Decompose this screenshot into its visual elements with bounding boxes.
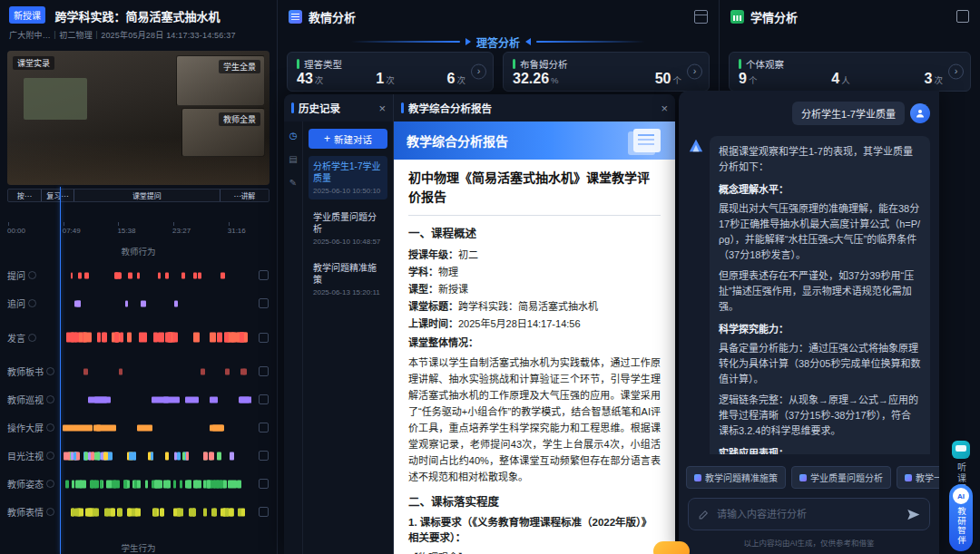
new-chat-button[interactable]: + 新建对话 bbox=[309, 129, 387, 149]
behavior-row: 发言 bbox=[0, 317, 277, 357]
report-banner: 教学综合分析报告 bbox=[394, 121, 675, 160]
behavior-row-checkbox[interactable] bbox=[259, 333, 269, 343]
report-overview-label: 课堂整体情况： bbox=[408, 335, 661, 352]
video-label-students: 学生全景 bbox=[219, 60, 260, 73]
report-overlay: 历史记录 × ◷ ▤ ✎ + 新建对话 分析学生1-7学业质量2025-06-1… bbox=[284, 94, 675, 554]
video-segment[interactable]: 复习⋯ bbox=[42, 190, 75, 201]
video-segment[interactable]: 按⋯ bbox=[8, 190, 42, 201]
video-pip-teacher[interactable]: 教师全景 bbox=[181, 108, 265, 157]
floating-action-button[interactable] bbox=[653, 541, 690, 554]
behavior-row-checkbox[interactable] bbox=[259, 270, 269, 280]
history-item[interactable]: 学业质量问题分析2025-06-10 10:48:57 bbox=[309, 207, 387, 250]
history-header: 历史记录 × bbox=[284, 94, 393, 121]
stat-card[interactable]: 布鲁姆分析32.26%50个› bbox=[503, 52, 710, 92]
tab-bar: 理答分析 bbox=[278, 33, 719, 51]
layout-icon[interactable] bbox=[694, 10, 708, 24]
lesson-title: 跨学科实践：简易活塞式抽水机 bbox=[54, 10, 220, 24]
student-analysis-header: 学情分析 bbox=[720, 0, 980, 33]
left-panel: 新授课 跨学科实践：简易活塞式抽水机 广大附中…｜初二物理｜2025年05月28… bbox=[0, 0, 278, 554]
stat-card-title: 理答类型 bbox=[304, 57, 342, 71]
behavior-row-checkbox[interactable] bbox=[259, 479, 269, 489]
history-doc-icon[interactable]: ▤ bbox=[289, 154, 297, 164]
behavior-row-checkbox[interactable] bbox=[259, 451, 269, 461]
suggestion-chip[interactable]: 教学一致性 bbox=[897, 466, 939, 489]
history-icon-rail: ◷ ▤ ✎ bbox=[284, 121, 303, 554]
ai-message-row: 根据课堂观察和学生1-7的表现，其学业质量分析如下： 概念理解水平：展现出对大气… bbox=[688, 136, 930, 454]
student-analysis-title: 学情分析 bbox=[750, 8, 798, 25]
history-item-title: 分析学生1-7学业质量 bbox=[313, 160, 383, 184]
stat-card-values: 43次1次6次 bbox=[297, 71, 469, 87]
ai-message: 根据课堂观察和学生1-7的表现，其学业质量分析如下： 概念理解水平：展现出对大气… bbox=[710, 136, 930, 454]
behavior-row-checkbox[interactable] bbox=[259, 423, 269, 433]
behavior-row-marks bbox=[62, 413, 251, 442]
chevron-icon[interactable]: › bbox=[471, 64, 486, 80]
stat-value: 6次 bbox=[447, 71, 466, 87]
history-panel: 历史记录 × ◷ ▤ ✎ + 新建对话 分析学生1-7学业质量2025-06-1… bbox=[284, 94, 394, 554]
behavior-row-label: 发言 bbox=[0, 331, 62, 345]
behavior-row-label: 教师巡视 bbox=[0, 393, 62, 406]
behavior-row: 教师板书 bbox=[0, 357, 277, 385]
history-pen-icon[interactable]: ✎ bbox=[289, 178, 297, 188]
video-label-main: 课堂实录 bbox=[13, 56, 54, 70]
stat-card-values: 32.26%50个 bbox=[513, 71, 685, 87]
user-message-row: 分析学生1-7学业质量 bbox=[688, 102, 930, 125]
info-icon bbox=[46, 423, 54, 432]
video-segment[interactable]: 课堂提问 bbox=[74, 190, 220, 201]
video-segment-bar[interactable]: 按⋯复习⋯课堂提问⋯讲解 bbox=[7, 189, 270, 202]
history-title: 历史记录 bbox=[299, 101, 340, 115]
behavior-row-label: 提问 bbox=[0, 268, 62, 282]
behavior-row-checkbox[interactable] bbox=[259, 394, 269, 404]
video-pip-students[interactable]: 学生全景 bbox=[176, 55, 265, 106]
history-item[interactable]: 分析学生1-7学业质量2025-06-10 10:50:10 bbox=[309, 156, 387, 199]
history-item[interactable]: 教学问题精准施策2025-06-13 15:20:11 bbox=[309, 258, 387, 301]
stat-value: 32.26% bbox=[513, 71, 559, 87]
stat-card[interactable]: 个体观察9个4人3次› bbox=[729, 52, 971, 92]
suggestion-chip[interactable]: 教学问题精准施策 bbox=[686, 466, 786, 489]
video-player[interactable]: 课堂实录 学生全景 教师全景 bbox=[7, 51, 270, 185]
chevron-icon[interactable]: › bbox=[948, 64, 964, 80]
behavior-row: 提问 bbox=[0, 261, 277, 289]
chat-input-box[interactable] bbox=[688, 498, 930, 530]
stat-card[interactable]: 理答类型43次1次6次› bbox=[287, 52, 494, 92]
history-close-icon[interactable]: × bbox=[378, 102, 386, 114]
send-icon[interactable] bbox=[906, 508, 920, 521]
divider bbox=[408, 215, 661, 216]
behavior-row-marks bbox=[62, 385, 251, 413]
stat-value: 1次 bbox=[376, 71, 394, 87]
tab-decor-line bbox=[536, 41, 645, 43]
ruler-tick: 23:27 bbox=[172, 227, 191, 235]
edit-icon bbox=[698, 509, 710, 520]
history-clock-icon[interactable]: ◷ bbox=[289, 131, 298, 141]
info-icon bbox=[28, 334, 36, 342]
chat-input[interactable] bbox=[715, 508, 901, 520]
stat-card-header: 布鲁姆分析 bbox=[513, 57, 685, 71]
history-item-time: 2025-06-10 10:48:57 bbox=[313, 238, 383, 246]
history-item-time: 2025-06-13 15:20:11 bbox=[313, 288, 383, 296]
ai-paragraph: 逻辑链条完整：从现象→原理→公式→应用的推导过程清晰（37分15秒-38分17秒… bbox=[719, 393, 921, 439]
behavior-row-label: 追问 bbox=[0, 296, 62, 310]
timeline-playhead[interactable] bbox=[60, 187, 61, 554]
report-concept-tag: 【物理观念】 bbox=[408, 549, 661, 554]
tab-response-analysis[interactable]: 理答分析 bbox=[476, 34, 520, 50]
ruler-tick: 07:49 bbox=[63, 227, 81, 235]
behavior-row-checkbox[interactable] bbox=[259, 366, 269, 376]
suggestion-chip[interactable]: 学业质量问题分析 bbox=[791, 466, 891, 489]
behavior-row-marks bbox=[62, 470, 251, 498]
info-icon bbox=[46, 395, 54, 403]
ai-companion-float[interactable]: AI 教研智伴 bbox=[949, 484, 973, 551]
behavior-row-marks bbox=[62, 498, 251, 526]
ai-section-heading: 概念理解水平： bbox=[719, 182, 921, 198]
teacher-behavior-axis-label: 教师行为 bbox=[0, 245, 277, 258]
behavior-row-checkbox[interactable] bbox=[259, 298, 269, 308]
ai-disclaimer: 以上内容均由AI生成，仅供参考和借鉴 bbox=[679, 537, 939, 548]
chat-messages[interactable]: 分析学生1-7学业质量 根据课堂观察和学生1-7的表现，其学业质量分析如下： 概… bbox=[679, 91, 939, 454]
eval-chat-icon[interactable] bbox=[952, 441, 970, 459]
fullscreen-icon[interactable] bbox=[956, 10, 969, 23]
chevron-icon[interactable]: › bbox=[687, 64, 702, 80]
ruler-tick: 31:16 bbox=[228, 227, 246, 235]
report-document[interactable]: 教学综合分析报告 初中物理《简易活塞式抽水机》课堂教学评价报告 一、课程概述 授… bbox=[394, 121, 675, 554]
behavior-row-checkbox[interactable] bbox=[259, 507, 269, 517]
video-segment[interactable]: ⋯讲解 bbox=[220, 190, 269, 201]
report-close-icon[interactable]: × bbox=[661, 102, 668, 114]
ai-chat-panel: 分析学生1-7学业质量 根据课堂观察和学生1-7的表现，其学业质量分析如下： 概… bbox=[679, 91, 939, 554]
